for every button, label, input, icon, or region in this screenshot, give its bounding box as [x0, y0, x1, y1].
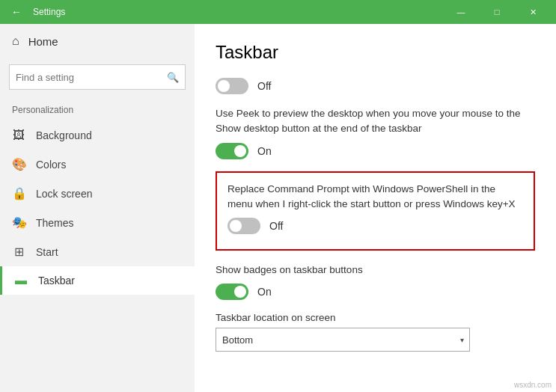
sidebar-item-home[interactable]: ⌂ Home: [0, 24, 195, 58]
search-box: 🔍: [9, 64, 186, 90]
sidebar-item-colors[interactable]: 🎨 Colors: [0, 150, 195, 179]
dropdown-section: Taskbar location on screen Bottom Top Le…: [216, 312, 535, 352]
toggle-peek-off[interactable]: [216, 78, 248, 94]
sidebar-item-start[interactable]: ⊞ Start: [0, 237, 195, 266]
window-controls: — □ ✕: [444, 0, 550, 24]
toggle-peek-on[interactable]: [216, 143, 248, 159]
nav-label-start: Start: [36, 246, 58, 258]
themes-icon: 🎭: [12, 215, 25, 230]
toggle-row-3: Off: [227, 218, 523, 234]
maximize-icon: □: [495, 7, 500, 16]
taskbar-icon: ▬: [14, 274, 28, 287]
setting-row-peek-toggle: Off: [216, 78, 535, 94]
toggle-label-4: On: [257, 286, 272, 298]
nav-label-colors: Colors: [36, 159, 66, 171]
toggle-powershell-off[interactable]: [227, 218, 260, 234]
content-area: Taskbar Off Use Peek to preview the desk…: [195, 24, 556, 392]
watermark: wsxdn.com: [514, 381, 552, 389]
sidebar-item-taskbar[interactable]: ▬ Taskbar: [0, 266, 195, 295]
nav-label-taskbar: Taskbar: [38, 275, 75, 287]
toggle-label-3: Off: [269, 220, 283, 232]
background-icon: 🖼: [12, 129, 25, 142]
toggle-knob-2: [234, 145, 246, 157]
back-icon: ←: [11, 6, 22, 18]
setting-row-peek-desc: Use Peek to preview the desktop when you…: [216, 106, 535, 159]
search-input[interactable]: [16, 72, 167, 83]
title-bar: ← Settings — □ ✕: [0, 0, 556, 24]
dropdown-wrapper: Bottom Top Left Right ▾: [216, 328, 470, 352]
close-button[interactable]: ✕: [516, 0, 550, 24]
toggle-row-4: On: [216, 284, 535, 300]
sidebar-section-title: Personalization: [0, 102, 195, 121]
nav-label-lock-screen: Lock screen: [36, 188, 92, 200]
main-layout: ⌂ Home 🔍 Personalization 🖼 Background 🎨 …: [0, 24, 556, 392]
sidebar-item-themes[interactable]: 🎭 Themes: [0, 208, 195, 237]
toggle-knob-3: [230, 220, 242, 232]
minimize-icon: —: [457, 7, 465, 16]
toggle-row-1: Off: [216, 78, 535, 94]
setting-desc-peek: Use Peek to preview the desktop when you…: [216, 106, 535, 137]
setting-desc-powershell: Replace Command Prompt with Windows Powe…: [227, 182, 523, 212]
title-bar-title: Settings: [33, 7, 444, 17]
sidebar-item-lock-screen[interactable]: 🔒 Lock screen: [0, 179, 195, 208]
home-label: Home: [28, 35, 58, 48]
nav-label-themes: Themes: [36, 217, 74, 229]
home-icon: ⌂: [12, 34, 19, 48]
start-icon: ⊞: [12, 245, 25, 259]
setting-desc-badges: Show badges on taskbar buttons: [216, 263, 535, 278]
toggle-row-2: On: [216, 143, 535, 159]
colors-icon: 🎨: [12, 157, 25, 171]
toggle-label-1: Off: [257, 80, 271, 92]
minimize-button[interactable]: —: [444, 0, 478, 24]
setting-row-badges: Show badges on taskbar buttons On: [216, 263, 535, 300]
toggle-knob-1: [218, 80, 230, 92]
taskbar-location-dropdown[interactable]: Bottom Top Left Right: [216, 328, 470, 352]
toggle-knob-4: [234, 286, 246, 298]
highlight-box-powershell: Replace Command Prompt with Windows Powe…: [216, 171, 535, 251]
search-icon: 🔍: [167, 72, 179, 83]
lock-screen-icon: 🔒: [12, 186, 25, 200]
dropdown-label: Taskbar location on screen: [216, 312, 535, 323]
maximize-button[interactable]: □: [480, 0, 514, 24]
back-button[interactable]: ←: [6, 1, 27, 22]
close-icon: ✕: [530, 7, 537, 17]
page-title: Taskbar: [216, 42, 535, 63]
nav-label-background: Background: [36, 129, 92, 141]
toggle-label-2: On: [257, 145, 272, 157]
toggle-badges-on[interactable]: [216, 284, 248, 300]
sidebar-item-background[interactable]: 🖼 Background: [0, 121, 195, 150]
sidebar: ⌂ Home 🔍 Personalization 🖼 Background 🎨 …: [0, 24, 195, 392]
